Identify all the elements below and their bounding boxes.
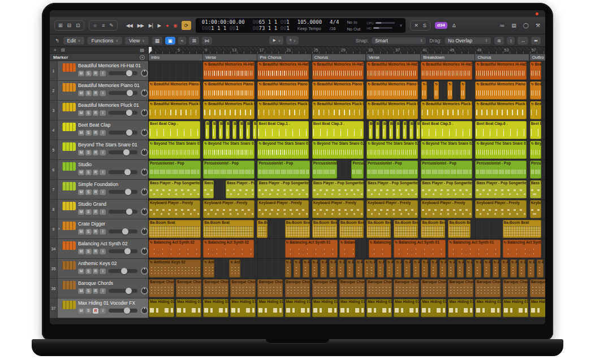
region[interactable]: ↻ Anthemic Keys 02: [439, 259, 446, 278]
region[interactable]: Baroque Chords: [367, 279, 392, 297]
track-header-row[interactable]: 7Simple FoundationMSRI: [50, 180, 148, 200]
record-enable-button[interactable]: R: [93, 130, 99, 136]
section-marker[interactable]: Intro: [149, 54, 202, 60]
region[interactable]: ↻ Beautiful Memories Hi-Hat 02.3: [421, 62, 472, 80]
record-enable-button[interactable]: R: [93, 90, 99, 96]
mute-button[interactable]: M: [78, 308, 84, 314]
region[interactable]: ↻ Anthemic Keys 02: [493, 259, 499, 278]
pointer-tool-menu[interactable]: ► ∨: [269, 36, 283, 45]
goto-end-button[interactable]: ▶|: [148, 21, 153, 29]
record-enable-button[interactable]: R: [93, 249, 99, 254]
track-header-row[interactable]: 9›Crate DiggerMSRI: [50, 219, 148, 239]
section-marker[interactable]: Chorus: [475, 54, 529, 60]
edit-menu[interactable]: Edit∨: [63, 37, 85, 45]
track-header-row[interactable]: 8Studio GrandMSRI: [50, 200, 148, 219]
solo-button[interactable]: S: [85, 90, 92, 96]
region[interactable]: Beet Beat Clap.4: [403, 121, 407, 139]
region[interactable]: Beet Beat Clap.4: [369, 121, 373, 139]
volume-slider[interactable]: [109, 170, 137, 174]
region[interactable]: ↻ Beautiful Memories Hi-Hat 03.1: [203, 62, 255, 80]
region[interactable]: ↻ Anthemic Keys 02: [519, 259, 525, 278]
region[interactable]: ↻ Beautiful Memories Piano 02: [312, 81, 364, 99]
drag-dropdown[interactable]: No Overlap ⇕: [445, 37, 491, 44]
volume-slider[interactable]: [109, 249, 137, 253]
input-monitor-button[interactable]: I: [100, 249, 106, 254]
track-header-row[interactable]: 35Anthemic Keys 02MSRI: [50, 259, 148, 279]
region[interactable]: Beet Beat Clap.2: [212, 121, 216, 139]
region[interactable]: ↻ Anthemic Keys 02: [413, 259, 420, 278]
add-marker-button[interactable]: +: [140, 55, 145, 60]
solo-button[interactable]: S: [85, 249, 92, 254]
region[interactable]: ↻ Beyond The Stars Snare 02.1: [312, 141, 364, 159]
rewind-button[interactable]: ◀◀: [126, 21, 133, 29]
region[interactable]: ↻ Beautiful Memories Pluck 02: [257, 101, 309, 119]
region[interactable]: Keyboard Player - Freely: [530, 200, 541, 218]
region[interactable]: ↻ Beyond The Stars Snare 02 ∞: [257, 141, 309, 159]
play-button[interactable]: ▶: [157, 21, 162, 29]
region[interactable]: Beet Beat Clap.2: [226, 121, 230, 139]
region[interactable]: Bass Player - Pop Songwriter: [421, 180, 472, 198]
region[interactable]: ↻ Beautiful Memories Pluck 01.2: [475, 101, 527, 119]
record-enable-button[interactable]: R: [93, 189, 99, 195]
volume-knob[interactable]: [124, 248, 131, 254]
region[interactable]: ↻ Anthemic Keys 02: [404, 259, 411, 278]
volume-knob[interactable]: [126, 129, 132, 136]
region[interactable]: Percussionist - Pop: [149, 161, 201, 179]
region[interactable]: ↻ Beyond The Stars Snare 01: [530, 141, 541, 159]
track-header-row[interactable]: 5Beyond The Stars Snare 01MSRI: [50, 140, 148, 160]
input-monitor-button[interactable]: I: [100, 71, 106, 76]
region[interactable]: ↻ Anthemic Keys 02: [338, 259, 344, 278]
region[interactable]: Bass Player - Pop Songwriter: [257, 180, 309, 198]
region[interactable]: ↻ Anthemic Keys 02: [395, 259, 402, 278]
editors-button[interactable]: ✎: [109, 21, 114, 29]
mute-button[interactable]: M: [78, 229, 84, 235]
track-header-row[interactable]: 2Beautiful Memories Piano 01MSRI: [50, 81, 148, 101]
region[interactable]: ↻ Anthemic Keys 02: [448, 259, 455, 278]
region[interactable]: Beet Beat Clap.2: [239, 121, 243, 139]
volume-knob[interactable]: [126, 110, 132, 116]
region[interactable]: Ba-Boom Beat: [149, 220, 201, 238]
pan-knob[interactable]: [141, 70, 148, 77]
region[interactable]: Max Hiding 01 V: [285, 299, 311, 317]
region[interactable]: Ba-Boom Beat: [203, 220, 254, 238]
input-monitor-button[interactable]: I: [100, 189, 106, 195]
region[interactable]: ↻ Beautiful Memories Piano 02: [257, 81, 309, 99]
volume-knob[interactable]: [122, 228, 128, 235]
region[interactable]: Max Hiding 01 V: [176, 299, 201, 317]
region[interactable]: Ba-Boom Beat: [503, 220, 541, 238]
region[interactable]: ↻ Anthemic Keys 02: [377, 259, 384, 278]
duplicate-track-button[interactable]: ⊟: [61, 47, 66, 53]
volume-slider[interactable]: [109, 229, 137, 233]
solo-button[interactable]: S: [85, 130, 92, 136]
mixer-button[interactable]: ≡: [101, 21, 105, 29]
input-monitor-button[interactable]: I: [100, 268, 106, 274]
waveform-zoom-button[interactable]: ≋: [494, 37, 504, 45]
inspector-button[interactable]: ⊟: [67, 21, 72, 29]
chevron-down-icon[interactable]: ∨: [398, 23, 403, 28]
pan-knob[interactable]: [141, 208, 148, 215]
region[interactable]: ↻ Beyond The Stars Snare 01.1: [203, 141, 255, 159]
region[interactable]: Keyboard Player - Freely: [421, 200, 472, 218]
track-header-row[interactable]: 6StudioMSRI: [50, 160, 148, 180]
region[interactable]: Baroque Chords: [149, 279, 174, 297]
region[interactable]: ↻ Anthemic Keys 02: [229, 259, 240, 278]
region[interactable]: Max Hiding 01 V: [448, 299, 473, 317]
section-marker[interactable]: Outtro: [530, 54, 545, 60]
volume-slider[interactable]: [109, 190, 137, 194]
region[interactable]: ↻ Balancing Act Synth 01: [394, 240, 446, 258]
volume-knob[interactable]: [125, 189, 131, 195]
region[interactable]: Percussionist - Pop: [351, 161, 363, 179]
region[interactable]: ↻ Beautiful Memories Piano 02.3: [434, 81, 439, 99]
region[interactable]: ↻ Beautiful Memories Piano 02.3: [421, 81, 426, 99]
region[interactable]: Max Hiding 01 V: [367, 299, 392, 317]
track-header-row[interactable]: 3Beautiful Memories Pluck 01MSRI: [50, 101, 148, 120]
region[interactable]: ↻ Anthemic Keys 02: [466, 259, 473, 278]
mute-button[interactable]: M: [78, 189, 84, 195]
region[interactable]: Baroque Chords: [285, 279, 311, 297]
record-enable-button[interactable]: R: [93, 170, 99, 175]
region[interactable]: ↻ Anthemic Keys 02: [475, 259, 481, 278]
region[interactable]: Ba-Boom Beat: [257, 220, 268, 238]
input-monitor-button[interactable]: I: [100, 209, 106, 215]
disclosure-arrow-icon[interactable]: ›: [58, 227, 60, 231]
solo-button[interactable]: S: [85, 268, 92, 274]
